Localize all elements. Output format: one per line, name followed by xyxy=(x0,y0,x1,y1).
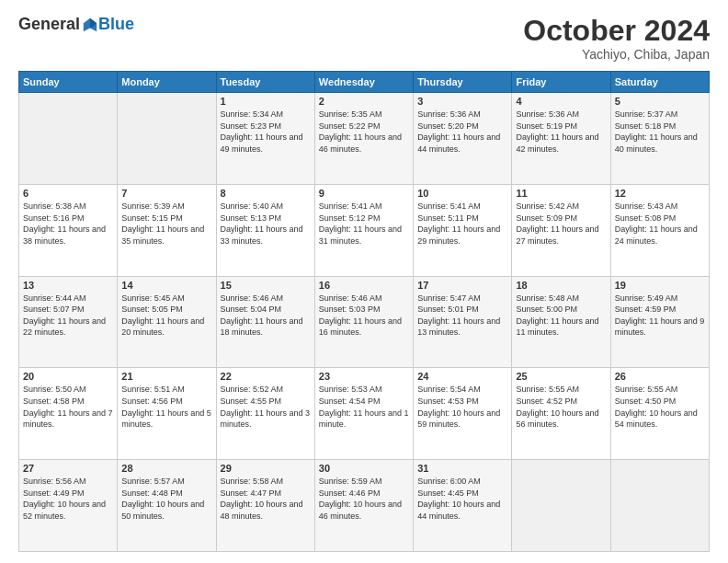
table-row: 10Sunrise: 5:41 AMSunset: 5:11 PMDayligh… xyxy=(414,184,512,276)
day-info: Sunrise: 5:58 AMSunset: 4:47 PMDaylight:… xyxy=(221,476,311,522)
table-row: 19Sunrise: 5:49 AMSunset: 4:59 PMDayligh… xyxy=(610,276,709,368)
day-number: 28 xyxy=(121,463,211,474)
day-info: Sunrise: 5:40 AMSunset: 5:13 PMDaylight:… xyxy=(221,201,311,247)
day-info: Sunrise: 5:55 AMSunset: 4:50 PMDaylight:… xyxy=(615,384,705,430)
day-info: Sunrise: 5:53 AMSunset: 4:54 PMDaylight:… xyxy=(319,384,409,430)
table-row: 21Sunrise: 5:51 AMSunset: 4:56 PMDayligh… xyxy=(118,368,216,460)
day-info: Sunrise: 5:41 AMSunset: 5:11 PMDaylight:… xyxy=(417,201,507,247)
title-block: October 2024 Yachiyo, Chiba, Japan xyxy=(523,15,710,62)
day-number: 26 xyxy=(615,371,705,382)
table-row: 5Sunrise: 5:37 AMSunset: 5:18 PMDaylight… xyxy=(610,93,709,185)
table-row: 16Sunrise: 5:46 AMSunset: 5:03 PMDayligh… xyxy=(314,276,413,368)
table-row: 8Sunrise: 5:40 AMSunset: 5:13 PMDaylight… xyxy=(216,184,314,276)
table-row: 25Sunrise: 5:55 AMSunset: 4:52 PMDayligh… xyxy=(512,368,610,460)
day-number: 20 xyxy=(23,371,113,382)
table-row: 30Sunrise: 5:59 AMSunset: 4:46 PMDayligh… xyxy=(314,460,413,552)
day-info: Sunrise: 5:59 AMSunset: 4:46 PMDaylight:… xyxy=(319,476,409,522)
day-number: 10 xyxy=(417,188,507,199)
table-row: 20Sunrise: 5:50 AMSunset: 4:58 PMDayligh… xyxy=(19,368,118,460)
table-row: 27Sunrise: 5:56 AMSunset: 4:49 PMDayligh… xyxy=(19,460,118,552)
header-tuesday: Tuesday xyxy=(216,72,314,93)
table-row: 11Sunrise: 5:42 AMSunset: 5:09 PMDayligh… xyxy=(512,184,610,276)
table-row: 15Sunrise: 5:46 AMSunset: 5:04 PMDayligh… xyxy=(216,276,314,368)
day-number: 8 xyxy=(221,188,311,199)
day-number: 30 xyxy=(319,463,409,474)
logo-general-text: General xyxy=(18,15,80,34)
header-sunday: Sunday xyxy=(19,72,118,93)
table-row: 31Sunrise: 6:00 AMSunset: 4:45 PMDayligh… xyxy=(414,460,512,552)
day-number: 4 xyxy=(516,96,606,107)
day-info: Sunrise: 5:54 AMSunset: 4:53 PMDaylight:… xyxy=(417,384,507,430)
day-info: Sunrise: 5:34 AMSunset: 5:23 PMDaylight:… xyxy=(221,109,311,155)
table-row: 18Sunrise: 5:48 AMSunset: 5:00 PMDayligh… xyxy=(512,276,610,368)
table-row: 22Sunrise: 5:52 AMSunset: 4:55 PMDayligh… xyxy=(216,368,314,460)
table-row xyxy=(19,93,118,185)
calendar-table: Sunday Monday Tuesday Wednesday Thursday… xyxy=(18,71,710,552)
page: General Blue October 2024 Yachiyo, Chiba… xyxy=(0,0,728,563)
header-saturday: Saturday xyxy=(610,72,709,93)
day-info: Sunrise: 5:46 AMSunset: 5:03 PMDaylight:… xyxy=(319,293,409,339)
calendar-week-row: 6Sunrise: 5:38 AMSunset: 5:16 PMDaylight… xyxy=(19,184,710,276)
day-info: Sunrise: 5:43 AMSunset: 5:08 PMDaylight:… xyxy=(615,201,705,247)
day-info: Sunrise: 5:38 AMSunset: 5:16 PMDaylight:… xyxy=(23,201,113,247)
day-info: Sunrise: 5:46 AMSunset: 5:04 PMDaylight:… xyxy=(221,293,311,339)
day-number: 6 xyxy=(23,188,113,199)
day-number: 16 xyxy=(319,280,409,291)
header-monday: Monday xyxy=(118,72,216,93)
table-row: 17Sunrise: 5:47 AMSunset: 5:01 PMDayligh… xyxy=(414,276,512,368)
day-number: 3 xyxy=(417,96,507,107)
calendar-week-row: 13Sunrise: 5:44 AMSunset: 5:07 PMDayligh… xyxy=(19,276,710,368)
day-number: 22 xyxy=(221,371,311,382)
day-number: 2 xyxy=(319,96,409,107)
day-info: Sunrise: 5:39 AMSunset: 5:15 PMDaylight:… xyxy=(121,201,211,247)
day-info: Sunrise: 5:41 AMSunset: 5:12 PMDaylight:… xyxy=(319,201,409,247)
calendar-week-row: 27Sunrise: 5:56 AMSunset: 4:49 PMDayligh… xyxy=(19,460,710,552)
day-number: 19 xyxy=(615,280,705,291)
day-info: Sunrise: 5:45 AMSunset: 5:05 PMDaylight:… xyxy=(121,293,211,339)
table-row: 9Sunrise: 5:41 AMSunset: 5:12 PMDaylight… xyxy=(314,184,413,276)
day-info: Sunrise: 5:44 AMSunset: 5:07 PMDaylight:… xyxy=(23,293,113,339)
day-number: 31 xyxy=(417,463,507,474)
calendar-week-row: 20Sunrise: 5:50 AMSunset: 4:58 PMDayligh… xyxy=(19,368,710,460)
table-row: 13Sunrise: 5:44 AMSunset: 5:07 PMDayligh… xyxy=(19,276,118,368)
header-wednesday: Wednesday xyxy=(314,72,413,93)
day-info: Sunrise: 5:57 AMSunset: 4:48 PMDaylight:… xyxy=(121,476,211,522)
table-row xyxy=(118,93,216,185)
logo: General Blue xyxy=(18,15,134,34)
day-number: 13 xyxy=(23,280,113,291)
day-info: Sunrise: 5:52 AMSunset: 4:55 PMDaylight:… xyxy=(221,384,311,430)
header: General Blue October 2024 Yachiyo, Chiba… xyxy=(18,15,710,62)
day-number: 15 xyxy=(221,280,311,291)
header-thursday: Thursday xyxy=(414,72,512,93)
day-number: 5 xyxy=(615,96,705,107)
day-info: Sunrise: 5:56 AMSunset: 4:49 PMDaylight:… xyxy=(23,476,113,522)
day-info: Sunrise: 5:35 AMSunset: 5:22 PMDaylight:… xyxy=(319,109,409,155)
month-title: October 2024 xyxy=(523,15,710,47)
day-number: 14 xyxy=(121,280,211,291)
location: Yachiyo, Chiba, Japan xyxy=(523,47,710,62)
day-number: 23 xyxy=(319,371,409,382)
table-row: 1Sunrise: 5:34 AMSunset: 5:23 PMDaylight… xyxy=(216,93,314,185)
day-number: 18 xyxy=(516,280,606,291)
day-info: Sunrise: 5:37 AMSunset: 5:18 PMDaylight:… xyxy=(615,109,705,155)
day-info: Sunrise: 5:47 AMSunset: 5:01 PMDaylight:… xyxy=(417,293,507,339)
day-number: 29 xyxy=(221,463,311,474)
day-info: Sunrise: 5:36 AMSunset: 5:19 PMDaylight:… xyxy=(516,109,606,155)
day-number: 17 xyxy=(417,280,507,291)
day-number: 12 xyxy=(615,188,705,199)
day-number: 11 xyxy=(516,188,606,199)
table-row: 7Sunrise: 5:39 AMSunset: 5:15 PMDaylight… xyxy=(118,184,216,276)
day-info: Sunrise: 5:42 AMSunset: 5:09 PMDaylight:… xyxy=(516,201,606,247)
table-row: 6Sunrise: 5:38 AMSunset: 5:16 PMDaylight… xyxy=(19,184,118,276)
day-number: 21 xyxy=(121,371,211,382)
logo-icon xyxy=(82,17,98,33)
weekday-header-row: Sunday Monday Tuesday Wednesday Thursday… xyxy=(19,72,710,93)
table-row: 24Sunrise: 5:54 AMSunset: 4:53 PMDayligh… xyxy=(414,368,512,460)
day-number: 7 xyxy=(121,188,211,199)
table-row: 29Sunrise: 5:58 AMSunset: 4:47 PMDayligh… xyxy=(216,460,314,552)
calendar-week-row: 1Sunrise: 5:34 AMSunset: 5:23 PMDaylight… xyxy=(19,93,710,185)
day-info: Sunrise: 5:48 AMSunset: 5:00 PMDaylight:… xyxy=(516,293,606,339)
day-info: Sunrise: 5:50 AMSunset: 4:58 PMDaylight:… xyxy=(23,384,113,430)
table-row: 12Sunrise: 5:43 AMSunset: 5:08 PMDayligh… xyxy=(610,184,709,276)
day-info: Sunrise: 5:51 AMSunset: 4:56 PMDaylight:… xyxy=(121,384,211,430)
